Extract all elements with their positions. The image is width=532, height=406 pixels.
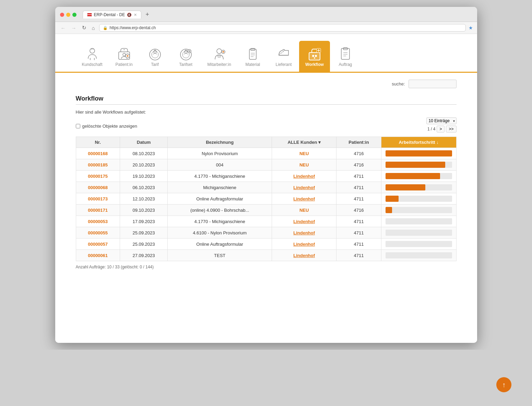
close-button[interactable] bbox=[60, 13, 64, 17]
nav-item-material[interactable]: Material bbox=[237, 41, 268, 72]
mitarbeiter-icon bbox=[211, 46, 227, 62]
entries-select[interactable]: 10 Einträge 25 Einträge 50 Einträge bbox=[426, 117, 457, 124]
cell-kunde[interactable]: Lindenhof bbox=[272, 216, 336, 227]
page-next-button[interactable]: > bbox=[437, 126, 445, 132]
nr-link[interactable]: 00000168 bbox=[88, 151, 108, 156]
cell-progress bbox=[381, 250, 456, 261]
nav-item-patient[interactable]: Patient:in bbox=[109, 41, 140, 72]
kunde-link[interactable]: Lindenhof bbox=[293, 196, 315, 201]
kunde-link[interactable]: Lindenhof bbox=[293, 242, 315, 247]
cell-bezeichnung: 4.6100 - Nylon Provisorium bbox=[168, 227, 272, 239]
cell-nr[interactable]: 00000055 bbox=[76, 227, 120, 239]
cell-progress bbox=[381, 182, 456, 193]
cell-nr[interactable]: 00000185 bbox=[76, 159, 120, 171]
kunde-link[interactable]: Lindenhof bbox=[293, 185, 315, 190]
traffic-lights bbox=[60, 13, 76, 17]
page-last-button[interactable]: >> bbox=[446, 126, 456, 132]
progress-bar-fill bbox=[386, 184, 425, 190]
maximize-button[interactable] bbox=[72, 13, 76, 17]
cell-progress bbox=[381, 171, 456, 182]
progress-bar-bg bbox=[386, 230, 452, 236]
page-content: Kundschaft Patient:in bbox=[55, 34, 477, 343]
cell-nr[interactable]: 00000173 bbox=[76, 193, 120, 205]
cell-nr[interactable]: 00000175 bbox=[76, 171, 120, 182]
minimize-button[interactable] bbox=[66, 13, 70, 17]
nr-link[interactable]: 00000057 bbox=[88, 242, 108, 247]
nav-item-tarifset[interactable]: Tarifset bbox=[170, 41, 201, 72]
progress-bar-bg bbox=[386, 252, 452, 258]
cell-kunde[interactable]: Lindenhof bbox=[272, 250, 336, 261]
nav-item-kundschaft[interactable]: Kundschaft bbox=[76, 41, 109, 72]
table-row: 0000005525.09.20234.6100 - Nylon Proviso… bbox=[76, 227, 456, 239]
new-tab-button[interactable]: + bbox=[143, 10, 151, 19]
bookmark-icon[interactable]: ★ bbox=[469, 25, 473, 31]
nr-link[interactable]: 00000185 bbox=[88, 162, 108, 167]
address-bar[interactable]: 🔒 https://www.erp-dental.ch bbox=[99, 24, 466, 32]
back-button[interactable]: ← bbox=[59, 24, 67, 32]
cell-nr[interactable]: 00000068 bbox=[76, 182, 120, 193]
tab-flag-icon bbox=[87, 13, 92, 16]
svg-point-13 bbox=[185, 50, 187, 53]
cell-nr[interactable]: 00000171 bbox=[76, 205, 120, 216]
home-button[interactable]: ⌂ bbox=[91, 24, 96, 32]
cell-kunde[interactable]: Lindenhof bbox=[272, 182, 336, 193]
patient-icon bbox=[116, 46, 132, 62]
nav-item-tarif[interactable]: Tarif bbox=[140, 41, 170, 72]
cell-kunde[interactable]: Lindenhof bbox=[272, 193, 336, 205]
nr-link[interactable]: 00000061 bbox=[88, 253, 108, 258]
cell-progress bbox=[381, 205, 456, 216]
progress-bar-fill bbox=[386, 196, 399, 202]
col-fortschritt: Arbeitsfortschritt ↓ bbox=[381, 137, 456, 148]
col-kunden[interactable]: ALLE Kunden ▾ bbox=[272, 137, 336, 148]
lieferant-label: Lieferant bbox=[276, 62, 292, 67]
nav-item-auftrag[interactable]: Auftrag bbox=[330, 41, 361, 72]
forward-button[interactable]: → bbox=[70, 24, 78, 32]
progress-bar-bg bbox=[386, 207, 452, 213]
workflow-label: Workflow bbox=[305, 62, 324, 67]
table-row: 0000017312.10.2023Online Auftragsformula… bbox=[76, 193, 456, 205]
cell-kunde[interactable]: Lindenhof bbox=[272, 171, 336, 182]
progress-bar-bg bbox=[386, 173, 452, 179]
show-deleted-checkbox[interactable] bbox=[76, 124, 80, 128]
nr-link[interactable]: 00000171 bbox=[88, 208, 108, 213]
nr-link[interactable]: 00000068 bbox=[88, 185, 108, 190]
kunde-link[interactable]: Lindenhof bbox=[293, 230, 315, 235]
nav-item-workflow[interactable]: Workflow bbox=[299, 41, 330, 72]
cell-kunde[interactable]: Lindenhof bbox=[272, 239, 336, 250]
progress-bar-fill bbox=[386, 173, 440, 179]
progress-bar-bg bbox=[386, 184, 452, 190]
cell-datum: 25.09.2023 bbox=[120, 239, 167, 250]
tab-close-icon[interactable]: ✕ bbox=[134, 13, 137, 17]
reload-button[interactable]: ↻ bbox=[81, 24, 88, 32]
nr-link[interactable]: 00000175 bbox=[88, 174, 108, 179]
cell-progress bbox=[381, 216, 456, 227]
cell-nr[interactable]: 00000057 bbox=[76, 239, 120, 250]
cell-nr[interactable]: 00000061 bbox=[76, 250, 120, 261]
nav-item-mitarbeiter[interactable]: Mitarbeiter:in bbox=[201, 41, 237, 72]
lock-icon: 🔒 bbox=[103, 26, 108, 30]
cell-nr[interactable]: 00000053 bbox=[76, 216, 120, 227]
cell-kunde[interactable]: Lindenhof bbox=[272, 227, 336, 239]
browser-window: ERP-Dental - DE 🔇 ✕ + ← → ↻ ⌂ 🔒 https://… bbox=[55, 7, 477, 343]
auftrag-label: Auftrag bbox=[339, 62, 352, 67]
kunde-link[interactable]: Lindenhof bbox=[293, 174, 315, 179]
cell-datum: 25.09.2023 bbox=[120, 227, 167, 239]
material-icon bbox=[245, 46, 261, 62]
nav-item-lieferant[interactable]: Lieferant bbox=[268, 41, 299, 72]
active-tab[interactable]: ERP-Dental - DE 🔇 ✕ bbox=[83, 11, 142, 19]
kunde-link[interactable]: Lindenhof bbox=[293, 253, 315, 258]
svg-rect-36 bbox=[341, 48, 350, 59]
search-input[interactable] bbox=[409, 80, 457, 88]
cell-datum: 19.10.2023 bbox=[120, 171, 167, 182]
tab-mute-icon[interactable]: 🔇 bbox=[127, 13, 132, 17]
kunde-link[interactable]: Lindenhof bbox=[293, 219, 315, 224]
nr-link[interactable]: 00000055 bbox=[88, 230, 108, 235]
svg-point-10 bbox=[154, 50, 156, 53]
nr-link[interactable]: 00000053 bbox=[88, 219, 108, 224]
page-title: Workflow bbox=[76, 95, 457, 102]
browser-nav: ← → ↻ ⌂ 🔒 https://www.erp-dental.ch ★ bbox=[55, 22, 477, 34]
nr-link[interactable]: 00000173 bbox=[88, 196, 108, 201]
cell-nr[interactable]: 00000168 bbox=[76, 148, 120, 159]
svg-rect-29 bbox=[309, 53, 320, 60]
svg-rect-37 bbox=[343, 48, 347, 50]
